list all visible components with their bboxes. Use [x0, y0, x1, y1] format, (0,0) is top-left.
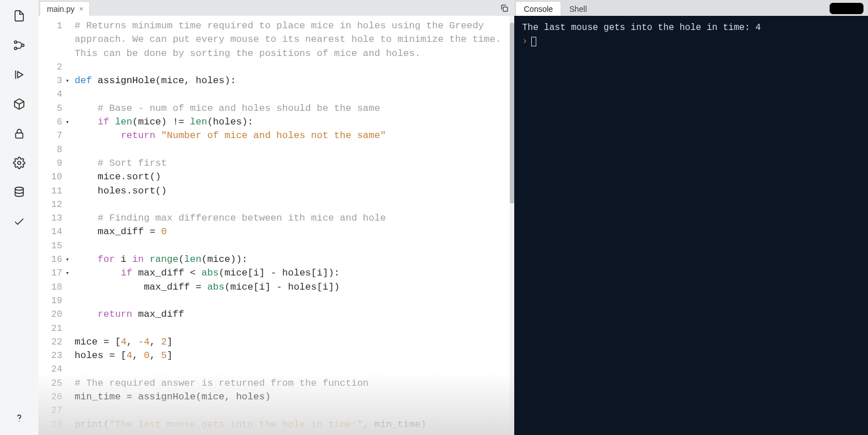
line-number: 20 [38, 308, 62, 321]
code-line[interactable]: print("The last mouse gets into the hole… [75, 418, 510, 432]
version-control-icon[interactable] [8, 34, 31, 57]
code-line[interactable]: for i in range(len(mice)): [75, 253, 510, 266]
console-line: The last mouse gets into the hole in tim… [522, 21, 860, 34]
line-number: 5 [38, 102, 62, 115]
code-line[interactable] [75, 61, 510, 74]
line-number: 26 [38, 390, 62, 404]
scrollbar[interactable] [510, 16, 514, 435]
line-number [38, 47, 62, 61]
svg-point-0 [14, 41, 16, 43]
packages-icon[interactable] [8, 93, 31, 115]
line-number: 16 [38, 253, 62, 266]
code-line[interactable]: if len(mice) != len(holes): [75, 115, 510, 129]
line-number: 12 [38, 198, 62, 212]
code-line[interactable] [75, 322, 510, 335]
code-line[interactable]: return "Number of mice and holes not the… [75, 129, 510, 143]
files-icon[interactable] [8, 5, 31, 27]
code-line[interactable] [75, 404, 510, 417]
fold-marker [66, 61, 71, 74]
done-check-icon[interactable] [8, 210, 31, 233]
database-icon[interactable] [8, 181, 31, 204]
secrets-icon[interactable] [8, 122, 31, 145]
fold-marker [66, 322, 71, 335]
fold-column: ▾▾▾▾ [66, 16, 71, 435]
editor-tabbar: main.py × [38, 0, 514, 16]
fold-marker [66, 170, 71, 184]
code-line[interactable]: return max_diff [75, 308, 510, 321]
code-line[interactable]: # The required answer is returned from t… [75, 377, 510, 390]
code-line[interactable] [75, 198, 510, 212]
line-number: 7 [38, 129, 62, 143]
code-line[interactable]: max_diff = abs(mice[i] - holes[i]) [75, 281, 510, 294]
debugger-icon[interactable] [8, 63, 31, 86]
file-tab-label: main.py [47, 5, 75, 14]
fold-marker [66, 212, 71, 225]
code-line[interactable]: holes.sort() [75, 184, 510, 198]
console-prompt[interactable]: › [522, 35, 860, 48]
console-output[interactable]: The last mouse gets into the hole in tim… [514, 16, 868, 435]
svg-point-4 [18, 161, 21, 165]
fold-marker[interactable]: ▾ [66, 266, 71, 280]
line-number: 8 [38, 143, 62, 157]
code-line[interactable]: mice = [4, -4, 2] [75, 335, 510, 349]
code-line[interactable] [75, 363, 510, 376]
code-line[interactable]: mice.sort() [75, 170, 510, 184]
settings-icon[interactable] [8, 152, 31, 174]
line-number: 23 [38, 349, 62, 363]
line-number: 27 [38, 404, 62, 417]
code-line[interactable]: holes = [4, 0, 5] [75, 349, 510, 363]
code-line[interactable]: # Finding max difference between ith mic… [75, 212, 510, 225]
tab-console[interactable]: Console [515, 1, 561, 16]
fold-marker [66, 88, 71, 101]
code-line[interactable] [75, 143, 510, 157]
line-number: 22 [38, 335, 62, 349]
code-line[interactable]: # Base - num of mice and holes should be… [75, 102, 510, 115]
fold-marker [66, 184, 71, 198]
svg-point-2 [21, 44, 24, 46]
tab-console-label: Console [524, 5, 553, 14]
code-editor[interactable]: 1234567891011121314151617181920212223242… [38, 16, 514, 435]
console-tabbar: Console Shell [514, 0, 868, 16]
prompt-char: › [522, 35, 528, 48]
svg-point-1 [14, 47, 16, 49]
help-icon[interactable] [8, 407, 31, 429]
svg-rect-7 [503, 7, 507, 11]
fold-marker [66, 129, 71, 143]
fold-marker[interactable]: ▾ [66, 115, 71, 129]
file-tab[interactable]: main.py × [40, 1, 90, 16]
fold-marker [66, 349, 71, 363]
fold-marker [66, 102, 71, 115]
run-button[interactable] [830, 3, 863, 14]
line-number: 11 [38, 184, 62, 198]
code-line[interactable] [75, 239, 510, 253]
line-number: 9 [38, 157, 62, 170]
tab-shell[interactable]: Shell [561, 1, 594, 16]
fold-marker [66, 33, 71, 46]
editor-pane: main.py × 123456789101112131415161718192… [38, 0, 514, 435]
copy-icon[interactable] [497, 1, 511, 15]
fold-marker[interactable]: ▾ [66, 74, 71, 88]
line-number: 3 [38, 74, 62, 88]
code-line[interactable]: max_diff = 0 [75, 225, 510, 239]
code-line[interactable]: # Returns minimum time required to place… [75, 19, 510, 33]
scrollbar-thumb[interactable] [510, 23, 514, 204]
code-line[interactable]: This can be done by sorting the position… [75, 47, 510, 61]
line-number: 2 [38, 61, 62, 74]
code-line[interactable]: # Sort first [75, 157, 510, 170]
fold-marker[interactable]: ▾ [66, 253, 71, 266]
code-content[interactable]: # Returns minimum time required to place… [71, 16, 510, 435]
close-icon[interactable]: × [79, 5, 84, 13]
code-line[interactable]: min_time = assignHole(mice, holes) [75, 390, 510, 404]
code-line[interactable] [75, 88, 510, 101]
fold-marker [66, 335, 71, 349]
code-line[interactable]: def assignHole(mice, holes): [75, 74, 510, 88]
line-number: 10 [38, 170, 62, 184]
code-line[interactable]: if max_diff < abs(mice[i] - holes[i]): [75, 266, 510, 280]
fold-marker [66, 404, 71, 417]
fold-marker [66, 377, 71, 390]
code-line[interactable] [75, 294, 510, 308]
line-number: 13 [38, 212, 62, 225]
code-line[interactable]: approach. We can put every mouse to its … [75, 33, 510, 46]
svg-point-6 [19, 421, 20, 422]
line-number-gutter: 1234567891011121314151617181920212223242… [38, 16, 66, 435]
